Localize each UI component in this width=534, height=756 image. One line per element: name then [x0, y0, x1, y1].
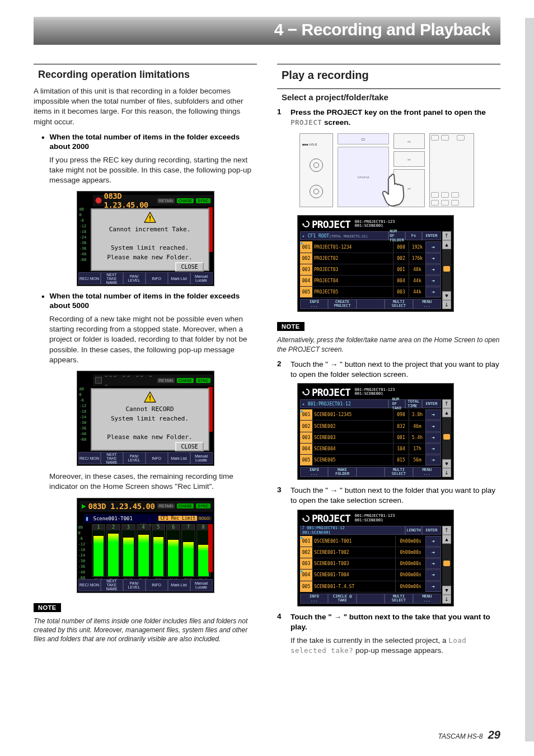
softkey[interactable]: INFO: [146, 272, 168, 284]
table-row[interactable]: 004SCENE00410417h➔: [300, 444, 441, 455]
softkey[interactable]: MULTI SELECT: [385, 594, 413, 604]
table-row[interactable]: 003SCENE0030815.4h➔: [300, 432, 441, 444]
scroll-button[interactable]: ⤒: [442, 231, 451, 240]
scroll-button[interactable]: ⤓: [442, 300, 451, 309]
softkey[interactable]: INFO: [146, 452, 168, 464]
softkey[interactable]: INFO: [146, 579, 168, 591]
softkey[interactable]: INFO ...: [300, 594, 328, 604]
softkey[interactable]: Mark List: [168, 452, 190, 464]
scroll-button[interactable]: ▼: [442, 291, 451, 300]
scroll-button[interactable]: ⤒: [442, 526, 451, 535]
softkey[interactable]: MULTI SELECT: [385, 467, 413, 477]
enter-arrow-icon[interactable]: ➔: [425, 276, 441, 286]
step-3-text: Touch the " → " button next to the folde…: [291, 486, 500, 506]
scroll-button[interactable]: ▼: [442, 586, 451, 595]
scroll-button[interactable]: ⤓: [442, 595, 451, 604]
bullet-2-title: When the total number of items in the fo…: [49, 292, 254, 311]
enter-arrow-icon[interactable]: ➔: [425, 409, 441, 420]
table-row[interactable]: 002SCENE001-T0020h00m00s➔: [300, 547, 441, 558]
softkey[interactable]: Mark List: [168, 272, 190, 284]
back-icon[interactable]: PROJECT: [300, 218, 353, 230]
step-4-text: Touch the " → " button next to the take …: [291, 613, 490, 631]
table-row[interactable]: 004PROJECT0400444k➔: [300, 276, 441, 287]
softkey[interactable]: MULTI SELECT: [385, 299, 413, 309]
softkey[interactable]: MENU ...: [413, 594, 441, 604]
close-button[interactable]: CLOSE: [175, 262, 203, 272]
column-header: ENTER: [422, 231, 441, 240]
softkey: [357, 467, 385, 477]
table-row[interactable]: 001●PROJECT01-1234008192k➔: [300, 241, 441, 253]
scroll-button[interactable]: ▲: [442, 408, 451, 417]
table-row[interactable]: 002SCENE00203246m➔: [300, 421, 441, 432]
enter-arrow-icon[interactable]: ➔: [425, 570, 441, 580]
enter-arrow-icon[interactable]: ➔: [425, 581, 441, 592]
close-button[interactable]: CLOSE: [175, 442, 203, 451]
scrollbar-track[interactable]: [442, 544, 451, 586]
softkey[interactable]: Manual Locate: [190, 272, 213, 284]
table-row[interactable]: 002PROJECT02002176k➔: [300, 253, 441, 264]
back-icon[interactable]: PROJECT: [300, 512, 353, 524]
softkey[interactable]: Manual Locate: [190, 452, 213, 464]
device-touchscreen[interactable]: ▭▭▭: [338, 147, 389, 207]
table-row[interactable]: 001●SCENE001-123450983.8h➔: [300, 409, 441, 421]
softkey[interactable]: REC/ MON: [78, 272, 101, 284]
folder-up[interactable]: ⤴ 001:PROJECT01-12 001:SCENE001: [300, 526, 405, 535]
scrollbar-track[interactable]: [442, 417, 451, 459]
enter-arrow-icon[interactable]: ➔: [425, 444, 441, 454]
rec-limit-badge: CF1 Rec Limit: [158, 516, 197, 521]
folder-up[interactable]: ▸ CF1 ROOT[TOTAL PROJECTS:12]: [300, 231, 388, 240]
softkey[interactable]: PAN/ LEVEL: [123, 452, 146, 464]
softkey[interactable]: MENU ...: [413, 467, 441, 477]
table-row[interactable]: 005SCENE00501556m➔: [300, 455, 441, 466]
right-column: Play a recording Select a project/folder…: [277, 64, 500, 665]
softkey[interactable]: MAKE FOLDER: [328, 467, 356, 477]
enter-arrow-icon[interactable]: ➔: [425, 264, 441, 275]
softkey[interactable]: NEXT TAKE NAME: [101, 272, 123, 284]
enter-arrow-icon[interactable]: ➔: [425, 558, 441, 569]
breadcrumb: 001:PROJECT01-123 001:SCENE001: [353, 220, 451, 228]
scroll-button[interactable]: ▼: [442, 459, 451, 468]
scroll-button[interactable]: ⤒: [442, 399, 451, 408]
scroll-button[interactable]: ▲: [442, 535, 451, 544]
device-transport: [429, 133, 474, 207]
table-row[interactable]: 003PROJECT0300148k➔: [300, 264, 441, 276]
warning-icon: !: [144, 212, 156, 223]
svg-text:!: !: [148, 394, 152, 402]
softkey[interactable]: Mark List: [168, 579, 190, 591]
footer-page: 29: [488, 729, 500, 741]
softkey[interactable]: MENU ...: [413, 299, 441, 309]
softkey[interactable]: PAN/ LEVEL: [123, 272, 146, 284]
enter-arrow-icon[interactable]: ➔: [425, 536, 441, 547]
table-row[interactable]: 003SCENE001-T0030h00m00s➔: [300, 558, 441, 570]
chip-sync: SYNC: [196, 198, 210, 203]
softkey[interactable]: CIRCLE @ TAKE: [328, 594, 356, 604]
softkey[interactable]: PAN/ LEVEL: [123, 579, 146, 591]
enter-arrow-icon[interactable]: ➔: [425, 253, 441, 264]
table-row[interactable]: 005PROJECT0500344k➔: [300, 287, 441, 298]
folder-up[interactable]: ▸ 001:PROJECT01-12: [300, 399, 388, 408]
softkey[interactable]: NEXT TAKE NAME: [101, 579, 123, 591]
softkey[interactable]: CREATE PROJECT: [328, 299, 356, 309]
softkey[interactable]: INFO ...: [300, 299, 328, 309]
back-icon[interactable]: PROJECT: [300, 386, 353, 398]
softkey[interactable]: NEXT TAKE NAME: [101, 452, 123, 464]
scroll-button[interactable]: ▲: [442, 240, 451, 249]
svg-text:!: !: [148, 214, 152, 223]
enter-arrow-icon[interactable]: ➔: [425, 241, 441, 252]
project-key[interactable]: ▭: [394, 169, 425, 207]
softkey[interactable]: REC/ MON: [78, 452, 101, 464]
enter-arrow-icon[interactable]: ➔: [425, 547, 441, 558]
softkey[interactable]: Manual Locate: [190, 579, 213, 591]
table-row[interactable]: 001●QSCENE001-T0010h00m00s➔: [300, 536, 441, 547]
step-3: 3 Touch the " → " button next to the fol…: [277, 486, 500, 506]
enter-arrow-icon[interactable]: ➔: [425, 287, 441, 297]
enter-arrow-icon[interactable]: ➔: [425, 421, 441, 431]
scrollbar-track[interactable]: [442, 249, 451, 291]
enter-arrow-icon[interactable]: ➔: [425, 432, 441, 443]
table-row[interactable]: 004●SCENE001-T0040h00m00s➔: [300, 570, 441, 581]
softkey[interactable]: REC/ MON: [78, 579, 101, 591]
softkey[interactable]: INFO ...: [300, 467, 328, 477]
scroll-button[interactable]: ⤓: [442, 468, 451, 477]
enter-arrow-icon[interactable]: ➔: [425, 455, 441, 465]
table-row[interactable]: 005SCENE001-T.4.ST0h00m00s➔: [300, 581, 441, 592]
